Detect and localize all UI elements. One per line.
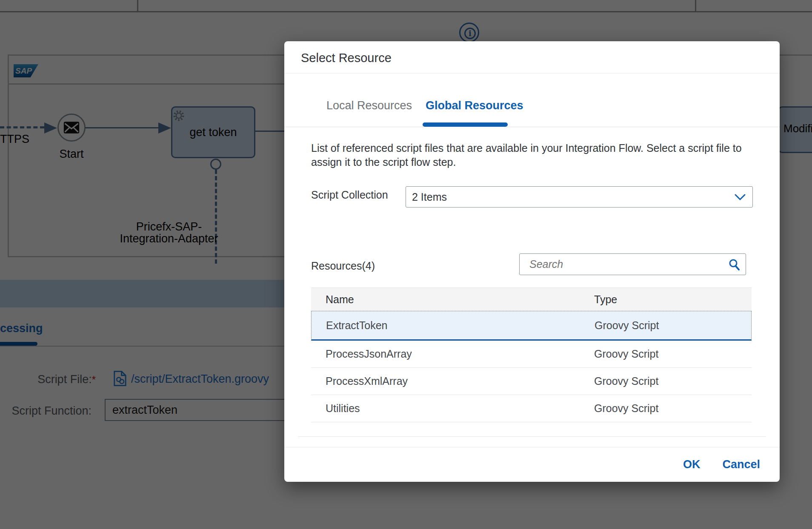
dialog-footer: OK Cancel [284,447,780,481]
script-collection-value: 2 Items [412,191,447,203]
cancel-button[interactable]: Cancel [722,458,760,471]
column-header-type: Type [594,293,617,306]
search-field[interactable] [519,253,746,275]
table-row[interactable]: Utilities Groovy Script [311,395,752,422]
dialog-title: Select Resource [301,41,392,73]
dialog-title-divider [284,73,780,74]
tab-local-resources[interactable]: Local Resources [326,99,412,112]
tab-active-underline [423,122,508,127]
resources-count-label: Resources(4) [311,260,375,272]
search-input[interactable] [529,254,718,274]
resources-table: Name Type ExtractToken Groovy Script Pro… [311,287,752,422]
table-header-row: Name Type [311,287,752,311]
script-collection-select[interactable]: 2 Items [406,186,753,208]
table-row[interactable]: ExtractToken Groovy Script [311,311,752,341]
content-divider [298,436,766,437]
script-collection-label: Script Collection [311,189,388,201]
table-row[interactable]: ProcessXmlArray Groovy Script [311,368,752,395]
dialog-description: List of referenced script files that are… [311,141,744,169]
column-header-name: Name [311,293,594,306]
table-row[interactable]: ProcessJsonArray Groovy Script [311,341,752,368]
search-icon[interactable] [728,258,741,271]
tabstrip-divider [284,127,780,127]
tab-global-resources[interactable]: Global Resources [426,99,523,112]
chevron-down-icon [735,194,746,201]
screen: SAP TTPS Start get token [0,0,812,529]
select-resource-dialog: Select Resource Local Resources Global R… [284,41,780,482]
ok-button[interactable]: OK [683,458,700,471]
